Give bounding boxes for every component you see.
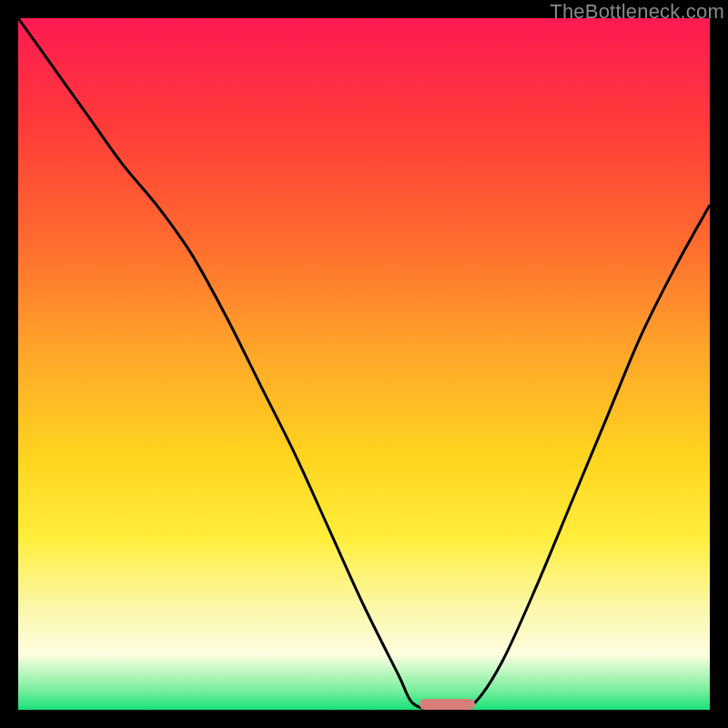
plot-area — [18, 18, 710, 710]
chart-frame: TheBottleneck.com — [0, 0, 728, 728]
curve-path — [18, 18, 710, 710]
bottleneck-curve — [18, 18, 710, 710]
optimal-range-marker — [420, 699, 475, 710]
